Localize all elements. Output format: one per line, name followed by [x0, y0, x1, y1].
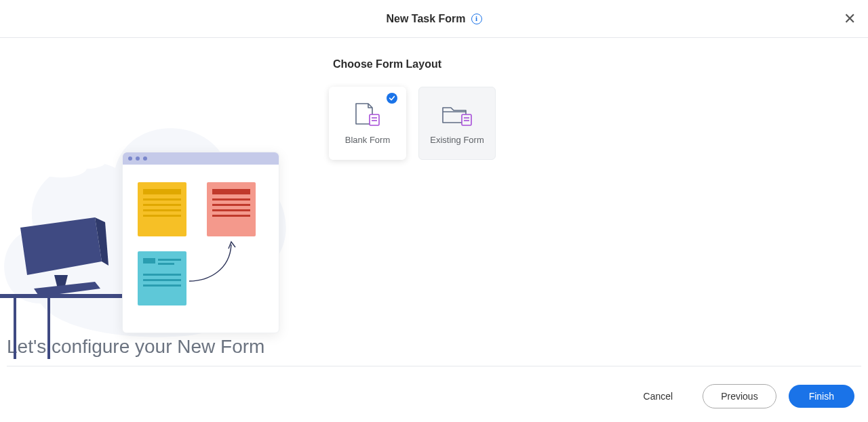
svg-rect-4: [47, 298, 50, 359]
svg-rect-5: [370, 114, 379, 125]
modal-title-wrap: New Task Form i: [386, 13, 481, 25]
previous-button[interactable]: Previous: [703, 384, 776, 408]
card-yellow: [138, 182, 186, 236]
finish-button[interactable]: Finish: [789, 385, 854, 408]
illustration: [0, 38, 329, 332]
existing-form-icon: [440, 102, 474, 127]
blank-form-icon: [352, 102, 383, 127]
option-blank-form[interactable]: Blank Form: [329, 87, 406, 160]
modal-header: New Task Form i ✕: [0, 0, 868, 38]
footer: Cancel Previous Finish: [0, 371, 868, 422]
modal-title: New Task Form: [386, 13, 465, 25]
card-cyan: [138, 251, 186, 305]
option-existing-form[interactable]: Existing Form: [418, 87, 496, 160]
option-blank-form-label: Blank Form: [345, 135, 390, 145]
svg-rect-3: [14, 298, 16, 359]
main-content: Choose Form Layout Blank Form: [0, 38, 868, 332]
option-existing-form-label: Existing Form: [430, 135, 484, 145]
monitor-illustration: [0, 214, 136, 363]
browser-bar: [123, 152, 279, 165]
close-icon: ✕: [844, 10, 856, 27]
cancel-button[interactable]: Cancel: [626, 385, 691, 408]
card-red: [207, 182, 256, 236]
close-button[interactable]: ✕: [841, 9, 859, 29]
browser-body: [123, 165, 279, 333]
svg-rect-2: [0, 294, 136, 298]
info-icon[interactable]: i: [471, 14, 482, 24]
svg-rect-8: [462, 114, 471, 125]
layout-chooser-title: Choose Form Layout: [333, 58, 841, 70]
svg-point-1: [71, 154, 106, 169]
browser-window-illustration: [122, 152, 279, 333]
layout-options: Blank Form Existing Form: [329, 87, 841, 160]
check-icon: [387, 93, 397, 104]
arrow-icon: [188, 240, 242, 285]
layout-chooser: Choose Form Layout Blank Form: [329, 38, 868, 332]
